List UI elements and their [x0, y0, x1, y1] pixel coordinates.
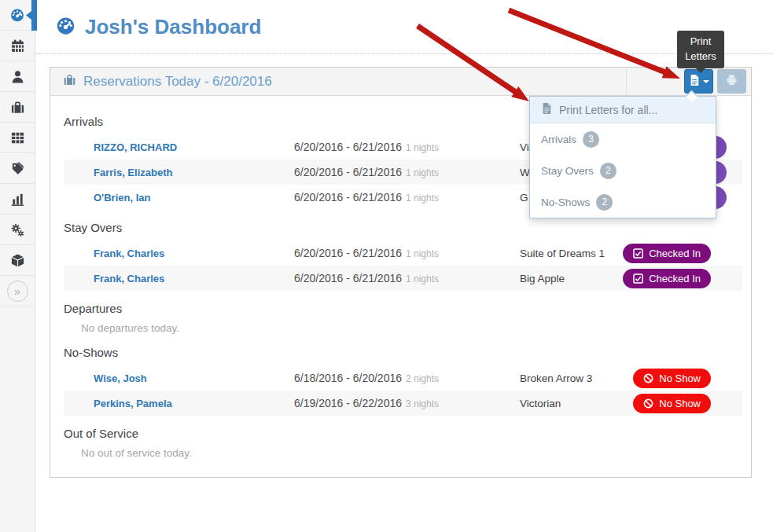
person-icon [10, 69, 25, 84]
page-header: Josh's Dashboard [35, 0, 773, 54]
caret-down-icon [703, 80, 709, 83]
dashboard-icon [55, 15, 76, 39]
dropdown-item-label: Arrivals [541, 134, 576, 145]
stay-dates: 6/20/2016 - 6/21/2016 [294, 141, 402, 153]
no-show-button[interactable]: No Show [633, 394, 711, 413]
empty-note: No departures today. [81, 321, 742, 335]
status-label: Checked In [649, 248, 701, 259]
briefcase-icon [63, 73, 76, 90]
section-heading-out-of-service: Out of Service [64, 427, 742, 440]
nights-label: 2 nights [406, 373, 439, 384]
no-show-button[interactable]: No Show [633, 369, 711, 388]
dropdown-header-label: Print Letters for all... [559, 104, 657, 116]
sidebar-item-inventory[interactable] [0, 245, 35, 276]
room-name: Big Apple [520, 273, 623, 284]
print-letters-dropdown-menu: Print Letters for all... Arrivals 3 Stay… [529, 96, 716, 218]
count-badge: 3 [583, 131, 599, 148]
ban-icon [643, 398, 653, 409]
angle-double-right-icon: » [7, 281, 28, 302]
printer-icon [725, 73, 738, 90]
guest-name-link[interactable]: Farris, Elizabeth [94, 167, 294, 178]
gears-icon [10, 222, 25, 237]
dropdown-item-print-letters-for-all[interactable]: Print Letters for all... [530, 97, 716, 123]
calendar-icon [10, 39, 25, 53]
active-item-marker [26, 0, 37, 31]
sidebar-item-reports[interactable] [0, 184, 35, 215]
sidebar: » [0, 0, 35, 532]
section-heading-departures: Departures [64, 302, 742, 315]
table-row: Frank, Charles 6/20/2016 - 6/21/20161 ni… [64, 240, 742, 266]
room-name: Victorian [520, 398, 633, 409]
nights-label: 1 nights [406, 248, 439, 259]
toolbar-divider [626, 68, 627, 95]
sidebar-item-calendar[interactable] [0, 31, 35, 61]
stay-dates: 6/20/2016 - 6/21/2016 [294, 191, 402, 204]
print-letters-tooltip: Print Letters [677, 31, 724, 68]
nights-label: 1 nights [406, 167, 439, 178]
guest-name-link[interactable]: Frank, Charles [94, 273, 294, 284]
table-row: Perkins, Pamela 6/19/2016 - 6/22/20163 n… [64, 391, 742, 416]
guest-name-link[interactable]: Wise, Josh [94, 372, 294, 384]
sidebar-item-tape-chart[interactable] [0, 123, 35, 153]
file-text-icon [541, 102, 552, 117]
stay-dates: 6/19/2016 - 6/22/2016 [294, 397, 402, 409]
cube-icon [10, 253, 25, 268]
stay-dates: 6/20/2016 - 6/21/2016 [294, 247, 402, 259]
sidebar-item-rates[interactable] [0, 153, 35, 184]
ban-icon [643, 373, 653, 383]
nights-label: 1 nights [406, 193, 439, 204]
sidebar-item-expand[interactable]: » [0, 276, 35, 306]
panel-title: Reservations Today - 6/20/2016 [63, 73, 272, 90]
sidebar-item-reservations[interactable] [0, 92, 35, 123]
section-heading-no-shows: No-Shows [64, 346, 742, 359]
room-name: Broken Arrow 3 [520, 372, 633, 384]
tags-icon [10, 161, 25, 176]
dashboard-icon [9, 7, 25, 23]
dropdown-item-arrivals[interactable]: Arrivals 3 [530, 123, 716, 155]
guest-name-link[interactable]: RIZZO, RICHARD [94, 141, 294, 153]
nights-label: 3 nights [406, 398, 439, 409]
sidebar-item-dashboard[interactable] [0, 0, 35, 31]
check-square-icon [633, 248, 643, 259]
dropdown-item-label: Stay Overs [541, 165, 594, 177]
check-square-icon [633, 273, 643, 284]
nights-label: 1 nights [406, 142, 439, 153]
panel-header: Reservations Today - 6/20/2016 [50, 68, 751, 96]
checked-in-button[interactable]: Checked In [623, 244, 711, 263]
table-row: Wise, Josh 6/18/2016 - 6/20/20162 nights… [64, 365, 742, 391]
stay-dates: 6/20/2016 - 6/21/2016 [294, 272, 402, 284]
panel-toolbar [684, 69, 746, 94]
guest-name-link[interactable]: Frank, Charles [94, 248, 294, 259]
table-grid-icon [10, 130, 25, 145]
status-label: No Show [659, 398, 701, 409]
nights-label: 1 nights [406, 273, 439, 284]
room-name: Suite of Dreams 1 [520, 248, 623, 259]
dropdown-item-no-shows[interactable]: No-Shows 2 [530, 186, 716, 218]
guest-name-link[interactable]: Perkins, Pamela [94, 398, 294, 409]
table-row: Frank, Charles 6/20/2016 - 6/21/20161 ni… [64, 266, 742, 291]
status-label: Checked In [649, 273, 701, 284]
count-badge: 2 [600, 163, 617, 179]
sidebar-item-guests[interactable] [0, 61, 35, 92]
checked-in-button[interactable]: Checked In [623, 269, 711, 288]
dropdown-item-stay-overs[interactable]: Stay Overs 2 [530, 155, 716, 186]
empty-note: No out of service today. [81, 446, 742, 460]
stay-dates: 6/20/2016 - 6/21/2016 [294, 166, 402, 178]
panel-title-label: Reservations Today - 6/20/2016 [83, 74, 272, 90]
print-button[interactable] [717, 69, 746, 94]
section-heading-stay-overs: Stay Overs [64, 221, 742, 234]
status-label: No Show [659, 372, 701, 384]
guest-name-link[interactable]: O'Brien, Ian [94, 192, 294, 204]
sidebar-item-settings[interactable] [0, 215, 35, 245]
dropdown-item-label: No-Shows [541, 196, 590, 208]
file-text-icon [689, 74, 700, 90]
page-title: Josh's Dashboard [85, 15, 261, 39]
briefcase-icon [10, 100, 25, 115]
bar-chart-icon [10, 192, 25, 207]
stay-dates: 6/18/2016 - 6/20/2016 [294, 372, 402, 384]
count-badge: 2 [596, 194, 613, 211]
